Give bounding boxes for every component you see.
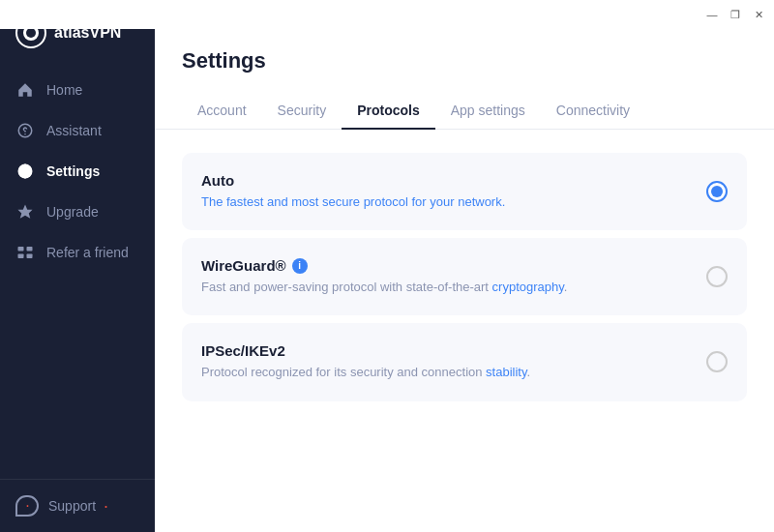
sidebar-item-upgrade-label: Upgrade: [46, 204, 99, 220]
svg-marker-4: [18, 205, 33, 219]
minimize-button[interactable]: —: [704, 7, 720, 22]
svg-point-1: [24, 133, 26, 135]
titlebar: — ❐ ✕: [0, 0, 774, 29]
radio-auto-inner: [711, 186, 723, 197]
page-title: Settings: [182, 48, 747, 74]
sidebar-item-home[interactable]: Home: [0, 70, 155, 110]
svg-rect-8: [27, 254, 33, 259]
upgrade-icon: [15, 202, 35, 222]
protocol-info-auto: Auto The fastest and most secure protoco…: [201, 172, 706, 211]
protocol-info-ipsec: IPSec/IKEv2 Protocol recognized for its …: [201, 342, 706, 381]
content-header: Settings Account Security Protocols App …: [155, 29, 774, 130]
protocol-card-ipsec[interactable]: IPSec/IKEv2 Protocol recognized for its …: [182, 323, 747, 400]
tabs: Account Security Protocols App settings …: [155, 93, 774, 130]
protocol-info-wireguard: WireGuard® i Fast and power-saving proto…: [201, 257, 706, 296]
support-dot-indicator: ·: [104, 496, 108, 517]
protocol-name-auto: Auto: [201, 172, 706, 189]
sidebar-item-assistant-label: Assistant: [46, 123, 102, 138]
sidebar-item-refer-label: Refer a friend: [46, 245, 129, 260]
sidebar-item-refer[interactable]: Refer a friend: [0, 232, 155, 273]
settings-icon: [15, 162, 35, 181]
sidebar-item-assistant[interactable]: Assistant: [0, 110, 155, 151]
protocol-card-wireguard[interactable]: WireGuard® i Fast and power-saving proto…: [182, 238, 747, 315]
protocol-desc-ipsec: Protocol recognized for its security and…: [201, 364, 706, 381]
protocols-list: Auto The fastest and most secure protoco…: [155, 130, 774, 532]
close-button[interactable]: ✕: [751, 7, 766, 22]
main-content: Settings Account Security Protocols App …: [155, 0, 774, 532]
home-icon: [15, 80, 35, 100]
protocol-name-ipsec: IPSec/IKEv2: [201, 342, 706, 359]
support-section[interactable]: · Support ·: [0, 479, 155, 532]
maximize-button[interactable]: ❐: [728, 7, 743, 22]
sidebar-item-upgrade[interactable]: Upgrade: [0, 192, 155, 232]
sidebar-nav: Home Assistant Settings: [0, 66, 155, 479]
radio-wireguard[interactable]: [706, 266, 728, 287]
tab-security[interactable]: Security: [262, 93, 342, 130]
tab-protocols[interactable]: Protocols: [342, 93, 435, 130]
sidebar: atlasVPN Home Assistant: [0, 0, 155, 532]
svg-rect-5: [18, 247, 24, 251]
protocol-card-auto[interactable]: Auto The fastest and most secure protoco…: [182, 153, 747, 230]
sidebar-item-settings[interactable]: Settings: [0, 151, 155, 192]
support-label: Support: [48, 498, 96, 514]
sidebar-item-settings-label: Settings: [46, 163, 100, 179]
svg-rect-7: [18, 254, 24, 259]
sidebar-item-home-label: Home: [46, 82, 82, 98]
protocol-name-wireguard: WireGuard® i: [201, 257, 706, 274]
support-icon: ·: [15, 495, 39, 517]
radio-auto[interactable]: [706, 181, 728, 202]
svg-rect-6: [27, 247, 33, 251]
protocol-desc-wireguard: Fast and power-saving protocol with stat…: [201, 279, 706, 296]
protocol-desc-auto: The fastest and most secure protocol for…: [201, 193, 706, 211]
radio-ipsec[interactable]: [706, 351, 728, 372]
refer-icon: [15, 243, 35, 262]
assistant-icon: [15, 121, 35, 140]
tab-connectivity[interactable]: Connectivity: [541, 93, 645, 130]
tab-app-settings[interactable]: App settings: [435, 93, 541, 130]
info-icon-wireguard[interactable]: i: [292, 258, 308, 274]
tab-account[interactable]: Account: [182, 93, 262, 130]
